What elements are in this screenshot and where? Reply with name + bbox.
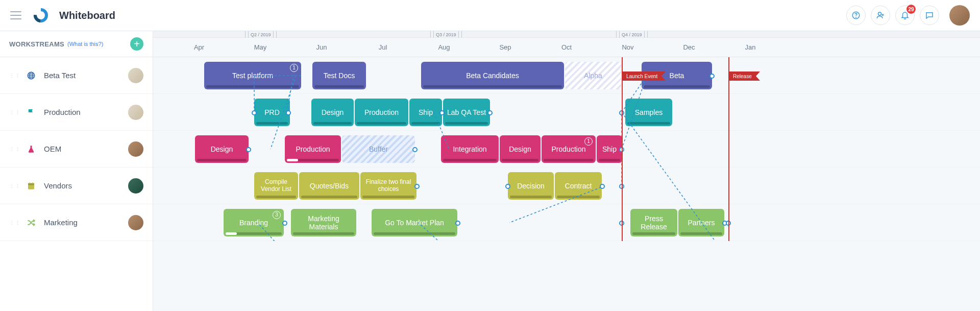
task-card[interactable]: Alpha: [565, 62, 621, 89]
help-link[interactable]: (What is this?): [67, 41, 103, 47]
timeline[interactable]: Q2 / 2019 Q3 / 2019 Q4 / 2019 Apr May Ju…: [153, 31, 980, 311]
task-card[interactable]: Design: [311, 99, 354, 126]
month-label: Sep: [499, 43, 511, 51]
task-card[interactable]: Finalize two final choices: [360, 172, 416, 200]
assignee-avatar[interactable]: [128, 178, 143, 194]
task-card[interactable]: Integration: [441, 135, 499, 163]
task-card[interactable]: Production: [285, 135, 341, 163]
timeline-row: Test platform1 Test Docs Beta Candidates…: [153, 57, 980, 94]
topbar: Whiteboard 29: [0, 0, 980, 31]
task-card[interactable]: Production: [355, 99, 408, 126]
notification-badge: 29: [906, 5, 916, 14]
task-card[interactable]: Design: [195, 135, 249, 163]
link-node[interactable]: [246, 147, 251, 152]
svg-point-4: [878, 12, 881, 15]
month-label: Jul: [379, 43, 387, 51]
drag-handle-icon[interactable]: ⋮⋮: [9, 111, 20, 113]
workstream-label: Vendors: [44, 181, 72, 190]
task-card[interactable]: Partners: [678, 209, 724, 236]
assignee-avatar[interactable]: [128, 68, 143, 83]
drag-handle-icon[interactable]: ⋮⋮: [9, 148, 20, 150]
timeline-row: Compile Vendor List Quotes/Bids Finalize…: [153, 168, 980, 204]
month-label: May: [254, 43, 267, 51]
task-card[interactable]: Samples: [625, 99, 672, 126]
calendar-icon: [26, 181, 37, 190]
task-card[interactable]: PRD: [254, 99, 290, 126]
task-card[interactable]: Ship: [597, 135, 622, 163]
sidebar-title: WORKSTREAMS: [9, 40, 64, 48]
task-card[interactable]: Compile Vendor List: [254, 172, 298, 200]
workstream-row[interactable]: ⋮⋮ OEM: [0, 131, 153, 168]
link-node[interactable]: [252, 110, 257, 115]
task-card[interactable]: Lab QA Test: [443, 99, 490, 126]
assignee-avatar[interactable]: [128, 141, 143, 157]
task-card[interactable]: Go To Market Plan: [372, 209, 457, 236]
month-label: Jun: [316, 43, 327, 51]
sidebar-header: WORKSTREAMS (What is this?) +: [0, 31, 153, 57]
workstream-row[interactable]: ⋮⋮ Production: [0, 94, 153, 131]
task-card[interactable]: Test Docs: [312, 62, 366, 89]
quarter-label: Q4 / 2019: [616, 31, 648, 38]
svg-point-3: [856, 17, 856, 17]
workstream-row[interactable]: ⋮⋮ Vendors: [0, 168, 153, 204]
link-node[interactable]: [439, 110, 445, 115]
link-node[interactable]: [455, 221, 460, 226]
month-label: Jan: [745, 43, 756, 51]
task-card[interactable]: Ship: [409, 99, 442, 126]
user-avatar[interactable]: [949, 5, 970, 26]
link-node[interactable]: [709, 74, 715, 79]
task-card[interactable]: Quotes/Bids: [299, 172, 359, 200]
workstream-row[interactable]: ⋮⋮ Marketing: [0, 204, 153, 241]
task-card[interactable]: Beta Candidates: [421, 62, 564, 89]
link-node[interactable]: [282, 221, 287, 226]
task-card[interactable]: Test platform1: [204, 62, 301, 89]
milestone-flag[interactable]: Launch Event: [622, 71, 662, 81]
milestone-line: [728, 57, 729, 241]
workstream-label: Production: [44, 108, 81, 116]
task-card[interactable]: Decision: [508, 172, 554, 200]
month-label: Aug: [438, 43, 450, 51]
timeline-body: Launch Event Release Test platform1 Test…: [153, 57, 980, 241]
help-icon[interactable]: [846, 6, 866, 25]
sidebar: WORKSTREAMS (What is this?) + ⋮⋮ Beta Te…: [0, 31, 153, 311]
milestone-flag[interactable]: Release: [729, 71, 756, 81]
app-logo[interactable]: [33, 7, 49, 23]
link-node[interactable]: [414, 184, 420, 189]
link-node[interactable]: [505, 184, 510, 189]
flask-icon: [26, 145, 37, 154]
month-label: Dec: [683, 43, 695, 51]
task-card[interactable]: Design: [500, 135, 541, 163]
link-node[interactable]: [286, 110, 291, 115]
task-card[interactable]: Marketing Materials: [291, 209, 356, 236]
chat-icon[interactable]: [920, 6, 939, 25]
drag-handle-icon[interactable]: ⋮⋮: [9, 185, 20, 187]
add-workstream-button[interactable]: +: [130, 37, 143, 51]
workstream-label: Marketing: [44, 218, 78, 227]
link-node[interactable]: [600, 184, 605, 189]
month-label: Nov: [622, 43, 633, 51]
page-title: Whiteboard: [59, 10, 115, 21]
invite-user-icon[interactable]: [871, 6, 890, 25]
workstream-row[interactable]: ⋮⋮ Beta Test: [0, 57, 153, 94]
assignee-avatar[interactable]: [128, 105, 143, 120]
drag-handle-icon[interactable]: ⋮⋮: [9, 222, 20, 224]
assignee-avatar[interactable]: [128, 215, 143, 230]
task-card[interactable]: Production1: [542, 135, 596, 163]
link-node[interactable]: [412, 147, 418, 152]
task-card[interactable]: Buffer: [342, 135, 415, 163]
quarter-label: Q3 / 2019: [430, 31, 462, 38]
task-card[interactable]: Contract: [555, 172, 602, 200]
flag-icon: [26, 108, 37, 117]
svg-rect-8: [28, 183, 34, 185]
task-card[interactable]: Press Release: [630, 209, 677, 236]
drag-handle-icon[interactable]: ⋮⋮: [9, 75, 20, 77]
notifications-icon[interactable]: 29: [895, 6, 915, 25]
menu-icon[interactable]: [10, 11, 21, 19]
month-label: Apr: [194, 43, 204, 51]
topbar-actions: 29: [846, 5, 970, 26]
link-node[interactable]: [487, 110, 493, 115]
globe-icon: [26, 71, 37, 80]
task-card[interactable]: Branding3: [224, 209, 284, 236]
timeline-row: Branding3 Marketing Materials Go To Mark…: [153, 204, 980, 241]
timeline-row: PRD Design Production Ship Lab QA Test S…: [153, 94, 980, 131]
